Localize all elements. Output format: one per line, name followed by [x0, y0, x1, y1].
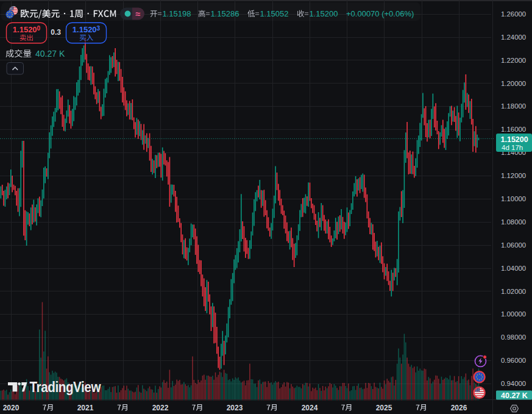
svg-text:1.00000: 1.00000: [501, 310, 526, 318]
svg-text:40.27 K: 40.27 K: [501, 391, 528, 400]
svg-text:2026: 2026: [451, 404, 467, 412]
svg-text:1.15203: 1.15203: [73, 25, 101, 34]
svg-text:1.15198: 1.15198: [162, 9, 191, 18]
svg-text:0.98000: 0.98000: [501, 334, 526, 341]
svg-text:1.04000: 1.04000: [501, 265, 526, 272]
svg-text:1.06000: 1.06000: [501, 241, 526, 249]
svg-text:1.15200: 1.15200: [13, 25, 41, 34]
svg-text:2020: 2020: [3, 404, 20, 412]
svg-text:1.18000: 1.18000: [501, 102, 526, 110]
svg-text:1.22000: 1.22000: [501, 57, 526, 64]
svg-text:1.15200: 1.15200: [309, 9, 338, 18]
svg-text:2024: 2024: [302, 404, 318, 412]
svg-text:0.3: 0.3: [51, 28, 61, 37]
svg-text:1.08000: 1.08000: [501, 218, 526, 226]
svg-text:2022: 2022: [152, 404, 169, 412]
svg-text:+0.00070 (+0.06%): +0.00070 (+0.06%): [346, 9, 414, 18]
svg-text:1.15052: 1.15052: [260, 9, 288, 18]
svg-text:≈: ≈: [136, 9, 141, 19]
svg-text:1.02000: 1.02000: [501, 288, 526, 295]
svg-text:1.15286: 1.15286: [210, 9, 239, 18]
svg-text:0.96000: 0.96000: [501, 357, 526, 364]
svg-text:2025: 2025: [376, 404, 392, 412]
svg-text:1.24000: 1.24000: [501, 34, 526, 41]
svg-text:2023: 2023: [227, 404, 243, 412]
svg-text:2021: 2021: [77, 404, 94, 412]
svg-text:TradingView: TradingView: [30, 379, 102, 396]
svg-text:1.16000: 1.16000: [501, 126, 526, 133]
svg-text:1.12000: 1.12000: [501, 172, 526, 179]
svg-text:1.15200: 1.15200: [501, 135, 528, 144]
svg-text:0.94000: 0.94000: [501, 380, 526, 387]
svg-text:4d 17h: 4d 17h: [502, 144, 523, 151]
svg-text:1.10000: 1.10000: [501, 195, 526, 202]
svg-text:1.26000: 1.26000: [501, 10, 526, 18]
svg-text:1.20000: 1.20000: [501, 80, 526, 87]
svg-text:40.27 K: 40.27 K: [35, 49, 65, 59]
